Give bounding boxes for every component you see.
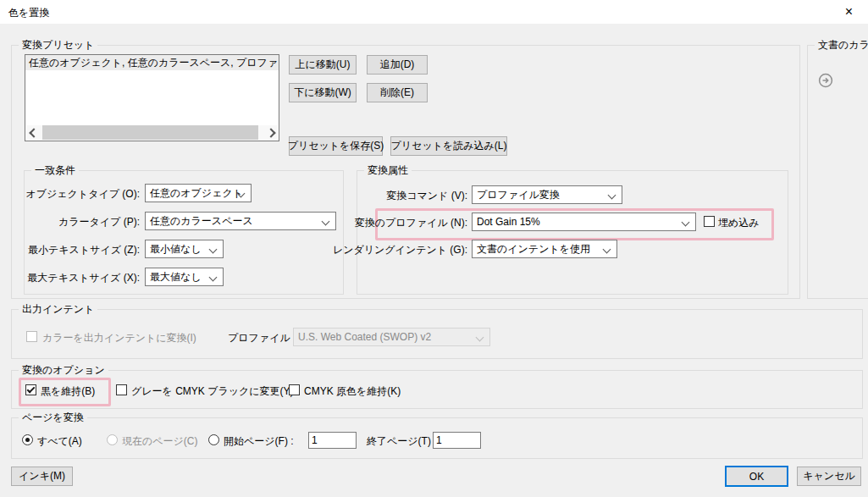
all-pages-label[interactable]: すべて(A) <box>37 434 82 449</box>
close-icon: × <box>845 4 853 19</box>
ok-button[interactable]: OK <box>725 466 788 487</box>
document-colors-label: 文書のカラ <box>815 39 868 51</box>
rendering-intent-label: レンダリングインテント (G): <box>333 243 467 257</box>
convert-pages-group: ページを変換 すべて(A) 現在のページ(C) 開始ページ(F) : 終了ページ… <box>11 417 863 459</box>
gray-to-cmyk-checkbox[interactable] <box>116 384 127 395</box>
convert-to-output-intent-label: カラーを出力インテントに変換(I) <box>42 331 196 345</box>
chevron-down-icon <box>209 246 218 254</box>
matching-criteria-group: 一致条件 オブジェクトタイプ (O): 任意のオブジェクト カラータイプ (P)… <box>24 170 344 295</box>
output-intent-group: 出力インテント カラーを出力インテントに変換(I) プロファイル (R): U.… <box>11 309 863 359</box>
color-type-label: カラータイプ (P): <box>58 215 140 229</box>
max-text-size-dropdown[interactable]: 最大値なし <box>145 268 224 286</box>
output-intent-label: 出力インテント <box>19 303 97 315</box>
preset-list-item[interactable]: 任意のオブジェクト, 任意のカラースペース, プロファイル変換 <box>25 55 279 70</box>
max-text-size-label: 最大テキストサイズ (X): <box>27 271 140 285</box>
to-page-label: 終了ページ(T) : <box>367 434 437 449</box>
to-page-input[interactable] <box>433 432 481 449</box>
current-page-radio <box>107 434 118 445</box>
object-type-label: オブジェクトタイプ (O): <box>25 187 140 202</box>
chevron-down-icon <box>603 246 611 254</box>
current-page-label: 現在のページ(C) <box>122 434 198 449</box>
conversion-options-label: 変換のオプション <box>19 364 108 376</box>
color-type-value: 任意のカラースペース <box>150 214 253 229</box>
move-up-button[interactable]: 上に移動(U) <box>289 55 357 75</box>
matching-criteria-label: 一致条件 <box>31 164 79 176</box>
document-colors-group: 文書のカラ <box>807 45 868 299</box>
conversion-profile-dropdown[interactable]: Dot Gain 15% <box>472 213 696 231</box>
rendering-intent-dropdown[interactable]: 文書のインテントを使用 <box>472 240 617 258</box>
chevron-right-icon <box>266 128 275 137</box>
from-page-label[interactable]: 開始ページ(F) : <box>224 434 294 449</box>
horizontal-scrollbar[interactable] <box>26 125 278 140</box>
chevron-down-icon <box>682 218 690 227</box>
min-text-size-dropdown[interactable]: 最小値なし <box>145 240 224 258</box>
convert-command-value: プロファイル変換 <box>477 188 560 202</box>
embed-label[interactable]: 埋め込み <box>718 216 760 230</box>
convert-command-dropdown[interactable]: プロファイル変換 <box>472 185 622 204</box>
conversion-attributes-label: 変換属性 <box>364 164 412 176</box>
color-type-dropdown[interactable]: 任意のカラースペース <box>145 212 336 230</box>
conversion-options-group: 変換のオプション 黒を維持(B) グレーを CMYK ブラックに変更(Y) CM… <box>11 370 863 409</box>
presets-listbox[interactable]: 任意のオブジェクト, 任意のカラースペース, プロファイル変換 <box>25 54 279 141</box>
presets-group: 変換プリセット 任意のオブジェクト, 任意のカラースペース, プロファイル変換 … <box>11 45 800 299</box>
chevron-down-icon <box>608 191 616 200</box>
min-text-size-value: 最小値なし <box>150 242 202 257</box>
embed-checkbox[interactable] <box>704 216 715 227</box>
dialog-title: 色を置換 <box>8 6 49 20</box>
conversion-profile-value: Dot Gain 15% <box>477 216 540 228</box>
conversion-attributes-group: 変換属性 変換コマンド (V): プロファイル変換 変換のプロファイル (N):… <box>357 170 788 295</box>
convert-pages-label: ページを変換 <box>19 411 87 423</box>
scroll-right-button[interactable] <box>263 125 278 140</box>
gray-to-cmyk-label[interactable]: グレーを CMYK ブラックに変更(Y) <box>131 384 294 399</box>
chevron-down-icon <box>209 273 218 282</box>
convert-colors-dialog: 色を置換 × 変換プリセット 任意のオブジェクト, 任意のカラースペース, プロ… <box>0 0 868 497</box>
circle-right-arrow-icon[interactable] <box>818 73 833 88</box>
all-pages-radio[interactable] <box>22 434 33 445</box>
object-type-value: 任意のオブジェクト <box>150 186 243 201</box>
preserve-cmyk-label[interactable]: CMYK 原色を維持(K) <box>304 384 401 399</box>
convert-command-label: 変換コマンド (V): <box>386 189 467 203</box>
max-text-size-value: 最大値なし <box>150 270 202 284</box>
preserve-cmyk-checkbox[interactable] <box>289 384 300 395</box>
ink-button[interactable]: インキ(M) <box>11 467 73 486</box>
delete-button[interactable]: 削除(E) <box>367 83 428 102</box>
min-text-size-label: 最小テキストサイズ (Z): <box>28 243 140 257</box>
rendering-intent-value: 文書のインテントを使用 <box>477 242 590 257</box>
preserve-black-checkbox[interactable] <box>25 384 36 395</box>
chevron-down-icon <box>476 334 484 342</box>
chevron-left-icon <box>29 128 38 137</box>
scroll-left-button[interactable] <box>26 125 41 140</box>
conversion-profile-label: 変換のプロファイル (N): <box>355 216 467 230</box>
scrollbar-thumb[interactable] <box>42 125 258 140</box>
page-range-radio[interactable] <box>208 434 219 445</box>
output-profile-value: U.S. Web Coated (SWOP) v2 <box>298 331 431 343</box>
load-preset-button[interactable]: プリセットを読み込み(L) <box>390 136 507 156</box>
output-profile-dropdown: U.S. Web Coated (SWOP) v2 <box>293 328 490 346</box>
chevron-down-icon <box>322 218 330 226</box>
object-type-dropdown[interactable]: 任意のオブジェクト <box>145 184 252 202</box>
titlebar: 色を置換 × <box>0 0 868 24</box>
save-preset-button[interactable]: プリセットを保存(S) <box>289 136 383 156</box>
move-down-button[interactable]: 下に移動(W) <box>289 83 357 102</box>
cancel-button[interactable]: キャンセル <box>797 467 861 486</box>
preserve-black-label[interactable]: 黒を維持(B) <box>41 384 95 399</box>
from-page-input[interactable] <box>308 432 357 449</box>
convert-to-output-intent-checkbox <box>26 331 37 342</box>
close-button[interactable]: × <box>830 0 868 24</box>
presets-group-label: 変換プリセット <box>19 39 97 51</box>
add-button[interactable]: 追加(D) <box>367 55 428 75</box>
